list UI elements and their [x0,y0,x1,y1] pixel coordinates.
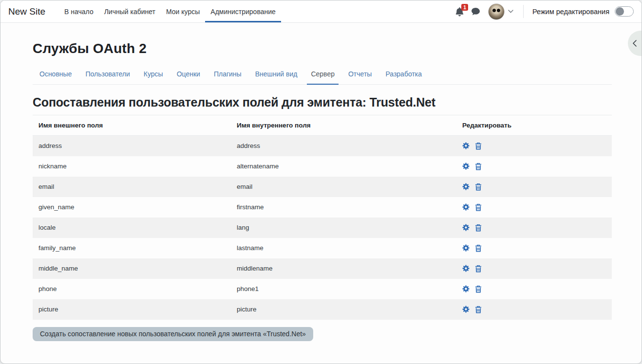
row-actions [462,163,606,170]
row-actions [462,306,606,313]
internal-field-name: lastname [231,238,456,258]
gear-icon [462,265,470,272]
table-row: locale lang [33,218,612,238]
table-column-header: Имя внутреннего поля [231,115,456,135]
nav-item-label: Личный кабинет [104,8,155,16]
edit-mapping-button[interactable] [462,244,470,252]
gear-icon [462,285,470,292]
table-row: nickname alternatename [33,156,612,177]
tab-9[interactable]: Разработка [381,70,426,85]
table-row: phone phone1 [33,279,612,299]
chevron-down-icon[interactable] [508,10,513,13]
navbar-divider [523,5,524,18]
admin-tabs: ОсновныеПользователиКурсыОценкиПлагиныВн… [33,70,612,85]
tab-1[interactable]: Основные [36,70,76,85]
delete-mapping-button[interactable] [475,142,482,150]
trash-icon [475,306,482,313]
tab-2[interactable]: Пользователи [81,70,133,85]
nav-item-2[interactable]: Личный кабинет [99,0,161,22]
trash-icon [475,163,482,170]
trash-icon [475,244,482,252]
browser-page: New Site В началоЛичный кабинетМои курсы… [0,0,642,364]
internal-field-name: alternatename [231,156,456,177]
edit-mapping-button[interactable] [462,163,470,170]
nav-item-label: Мои курсы [166,8,200,16]
nav-item-4[interactable]: Администрирование [205,0,281,22]
messages-button[interactable] [471,7,480,16]
internal-field-name: phone1 [231,279,456,299]
edit-mapping-button[interactable] [462,203,470,211]
create-mapping-button[interactable]: Создать сопоставление новых пользователь… [33,327,313,341]
page-title: Службы OAuth 2 [33,40,612,57]
field-mapping-table: Имя внешнего поляИмя внутреннего поляРед… [33,115,612,320]
trash-icon [475,285,482,293]
edit-mode-toggle[interactable] [615,6,634,17]
tab-3[interactable]: Курсы [140,70,167,85]
tab-7[interactable]: Сервер [307,70,339,85]
external-field-name: picture [33,299,231,320]
external-field-name: locale [33,218,231,238]
top-navbar: New Site В началоЛичный кабинетМои курсы… [0,0,642,23]
gear-icon [462,142,470,149]
tab-5[interactable]: Плагины [210,70,245,85]
row-actions [462,244,606,252]
internal-field-name: address [231,135,456,156]
gear-icon [462,183,470,190]
external-field-name: given_name [33,197,231,218]
external-field-name: family_name [33,238,231,258]
trash-icon [475,265,482,273]
nav-item-label: Администрирование [210,8,276,16]
navbar-right: 1 Режим редактирования [455,0,634,22]
row-actions [462,142,606,150]
tab-6[interactable]: Внешний вид [251,70,302,85]
user-avatar[interactable] [488,3,505,20]
tab-8[interactable]: Отчеты [344,70,376,85]
gear-icon [462,244,470,252]
row-actions [462,285,606,293]
table-row: middle_name middlename [33,258,612,279]
delete-mapping-button[interactable] [475,183,482,191]
external-field-name: email [33,177,231,197]
delete-mapping-button[interactable] [475,163,482,170]
internal-field-name: middlename [231,258,456,279]
internal-field-name: lang [231,218,456,238]
edit-mapping-button[interactable] [462,142,470,149]
table-row: given_name firstname [33,197,612,218]
table-column-header: Имя внешнего поля [33,115,231,135]
delete-mapping-button[interactable] [475,285,482,293]
notification-badge: 1 [461,4,468,11]
nav-item-1[interactable]: В начало [59,0,99,22]
gear-icon [462,203,470,211]
delete-mapping-button[interactable] [475,224,482,232]
edit-mapping-button[interactable] [462,285,470,292]
trash-icon [475,142,482,150]
table-header-row: Имя внешнего поляИмя внутреннего поляРед… [33,115,612,135]
edit-mode-label: Режим редактирования [532,8,609,16]
gear-icon [462,163,470,170]
trash-icon [475,224,482,232]
edit-mapping-button[interactable] [462,306,470,313]
nav-item-3[interactable]: Мои курсы [161,0,205,22]
row-actions [462,224,606,232]
table-row: address address [33,135,612,156]
chat-icon [471,7,480,16]
external-field-name: nickname [33,156,231,177]
table-row: family_name lastname [33,238,612,258]
delete-mapping-button[interactable] [475,306,482,313]
site-brand[interactable]: New Site [8,6,45,17]
edit-mapping-button[interactable] [462,224,470,231]
edit-mapping-button[interactable] [462,265,470,272]
trash-icon [475,203,482,211]
edit-mapping-button[interactable] [462,183,470,190]
delete-mapping-button[interactable] [475,203,482,211]
chevron-left-icon [632,40,637,47]
row-actions [462,203,606,211]
delete-mapping-button[interactable] [475,265,482,273]
section-heading: Сопоставления пользовательских полей для… [33,95,612,109]
delete-mapping-button[interactable] [475,244,482,252]
notifications-button[interactable]: 1 [455,7,464,17]
tab-4[interactable]: Оценки [173,70,204,85]
primary-nav: В началоЛичный кабинетМои курсыАдминистр… [59,0,281,22]
main-content: Службы OAuth 2 ОсновныеПользователиКурсы… [0,40,642,341]
toggle-knob [616,7,624,16]
